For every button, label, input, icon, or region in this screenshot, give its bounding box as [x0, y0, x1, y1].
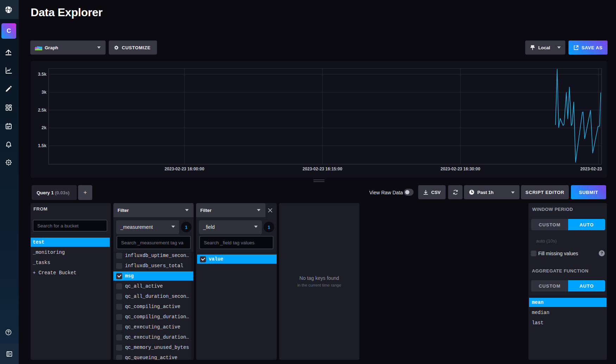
svg-text:2023-02-23 16:15:00: 2023-02-23 16:15:00: [303, 167, 342, 171]
svg-text:2023-02-23: 2023-02-23: [580, 167, 602, 171]
svg-text:1.5k: 1.5k: [38, 143, 46, 148]
svg-text:3.5k: 3.5k: [38, 72, 46, 77]
svg-text:2023-02-23 16:00:00: 2023-02-23 16:00:00: [165, 167, 205, 171]
svg-text:2023-02-23 16:30:00: 2023-02-23 16:30:00: [441, 167, 480, 171]
svg-text:3k: 3k: [42, 90, 46, 95]
svg-text:2.5k: 2.5k: [38, 108, 46, 113]
svg-text:2k: 2k: [42, 125, 46, 130]
